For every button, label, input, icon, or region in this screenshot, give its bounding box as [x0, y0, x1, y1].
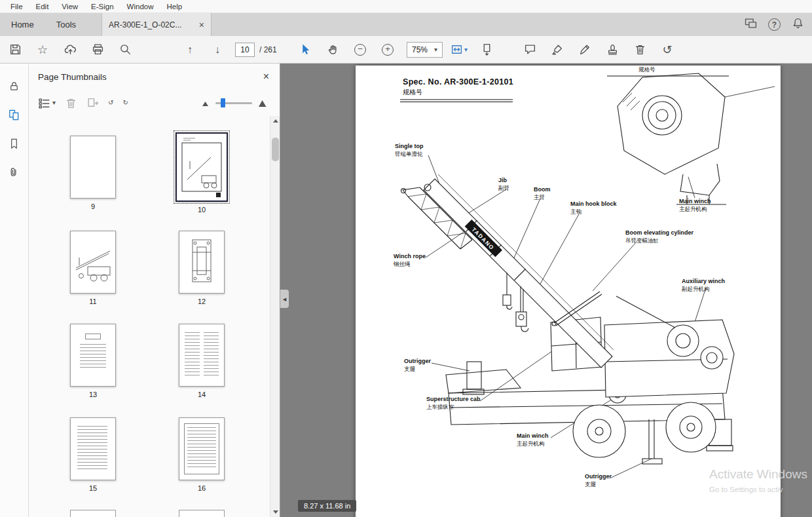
tab-bar: Home Tools AR-300E-1_O-02C... × ?: [0, 13, 812, 36]
panel-collapse-handle[interactable]: ◂: [280, 290, 289, 308]
share-screen-button[interactable]: [745, 17, 757, 32]
previous-page-button[interactable]: ↑: [176, 38, 204, 62]
callout-main-hook-block: Main hook block主钩: [570, 201, 617, 216]
thumbnail-art: [77, 426, 107, 472]
plus-icon: +: [382, 44, 394, 56]
stamp-button[interactable]: [599, 38, 626, 62]
tab-document[interactable]: AR-300E-1_O-02C... ×: [101, 13, 212, 36]
thumbnails-toolbar: ▾ ↺ ↻: [29, 90, 280, 116]
scrollbar-down-arrow[interactable]: [270, 507, 280, 517]
highlight-button[interactable]: [544, 38, 571, 62]
spec-heading: Spec. No. AR-300E-1-20101 规格号: [403, 77, 513, 97]
thumbnail-page-13[interactable]: 13: [70, 324, 116, 398]
delete-pages-button[interactable]: [626, 38, 654, 62]
spec-number: Spec. No. AR-300E-1-20101: [403, 77, 513, 86]
rail-item-thumbnails[interactable]: [1, 100, 28, 129]
comment-button[interactable]: [516, 38, 544, 62]
page-number-input[interactable]: [235, 43, 255, 57]
thumbnail-size-slider: [202, 98, 268, 108]
zoom-out-button[interactable]: −: [346, 38, 374, 62]
thumbnails-panel: Page Thumbnails × ▾ ↺ ↻: [29, 64, 280, 517]
scrollbar-thumb[interactable]: [272, 138, 279, 161]
thumbnail-partial[interactable]: [70, 510, 116, 517]
tab-home[interactable]: Home: [0, 13, 45, 36]
rail-item-security[interactable]: [1, 71, 28, 100]
menu-help[interactable]: Help: [160, 3, 189, 10]
thumbnail-art: [185, 332, 200, 378]
fit-width-button[interactable]: ▾: [451, 43, 468, 56]
callout-auxiliary-winch: Auxiliary winch副起升机构: [682, 278, 725, 293]
arrow-up-icon: ↑: [187, 45, 193, 55]
cloud-upload-button[interactable]: [56, 38, 84, 62]
thumbnail-page-11[interactable]: 11: [70, 231, 116, 305]
zoom-level-dropdown[interactable]: 75% ▾: [407, 42, 443, 58]
caret-down-icon: ▾: [464, 47, 468, 53]
rotate-left-button[interactable]: ↺: [108, 100, 113, 106]
scrollbar-up-arrow[interactable]: [270, 116, 280, 126]
scroll-mode-icon: [481, 43, 493, 56]
sign-button[interactable]: [571, 38, 599, 62]
slider-track[interactable]: [215, 102, 252, 104]
panel-trash-button[interactable]: [65, 97, 77, 109]
thumbnail-preview: [70, 417, 116, 480]
callout-winch-rope: Winch rope钢丝绳: [394, 253, 426, 268]
zoom-in-mountain-icon[interactable]: [258, 98, 268, 108]
main-region: Page Thumbnails × ▾ ↺ ↻: [0, 64, 812, 517]
thumbnail-page-15[interactable]: 15: [70, 417, 116, 492]
thumbnail-preview: [70, 324, 116, 387]
callout-boom-elevating-cylinder: Boom elevating cylinder吊臂变幅油缸: [625, 229, 693, 244]
rotate-button[interactable]: ↺: [654, 38, 681, 62]
next-page-button[interactable]: ↓: [204, 38, 231, 62]
page-display-button[interactable]: [473, 38, 500, 62]
zoom-out-mountain-icon[interactable]: [202, 98, 210, 107]
highlighter-icon: [551, 43, 564, 56]
cloud-upload-icon: [64, 43, 77, 56]
tab-tools-label: Tools: [56, 20, 76, 29]
select-tool-button[interactable]: [291, 38, 319, 62]
menu-esign[interactable]: E-Sign: [84, 3, 120, 10]
thumbnails-scrollbar[interactable]: [270, 116, 280, 517]
rail-item-bookmarks[interactable]: [1, 129, 28, 158]
thumbnail-page-9[interactable]: 9: [70, 136, 116, 210]
arrow-down-icon: ↓: [215, 45, 220, 55]
triangle-down-icon: [273, 510, 278, 514]
callout-outrigger-front: Outrigger支腿: [404, 358, 431, 373]
notifications-button[interactable]: [792, 17, 804, 32]
panel-title: Page Thumbnails: [38, 72, 107, 82]
thumbnail-partial[interactable]: [179, 510, 225, 517]
rail-item-attachments[interactable]: [1, 158, 28, 187]
document-area: ◂: [280, 64, 812, 517]
tab-home-label: Home: [11, 20, 34, 29]
thumbnail-label: 11: [70, 297, 116, 305]
slider-thumb[interactable]: [221, 98, 225, 107]
tab-close-icon[interactable]: ×: [199, 20, 204, 30]
help-icon[interactable]: ?: [768, 18, 781, 31]
extract-page-icon: [86, 97, 99, 109]
thumbnail-options-button[interactable]: ▾: [38, 97, 56, 109]
star-button[interactable]: ☆: [29, 38, 56, 62]
rotate-right-button[interactable]: ↻: [122, 100, 128, 106]
thumbnail-page-12[interactable]: 12: [179, 231, 225, 305]
tab-tools[interactable]: Tools: [45, 13, 87, 36]
thumbnail-page-16[interactable]: 16: [179, 417, 225, 492]
comment-icon: [524, 43, 536, 56]
menu-file[interactable]: File: [4, 3, 29, 10]
thumbnail-art: [71, 231, 115, 293]
star-icon: ☆: [37, 44, 48, 56]
menu-edit[interactable]: Edit: [29, 3, 56, 10]
zoom-search-button[interactable]: [111, 38, 139, 62]
save-button[interactable]: [1, 38, 29, 62]
thumbnail-label: 14: [179, 391, 225, 398]
menu-bar: File Edit View E-Sign Window Help: [0, 0, 812, 13]
thumbnail-page-10[interactable]: 10: [175, 132, 228, 214]
thumbnail-preview: [179, 324, 225, 387]
print-button[interactable]: [84, 38, 111, 62]
menu-view[interactable]: View: [55, 3, 84, 10]
thumbnail-page-14[interactable]: 14: [179, 324, 225, 398]
panel-close-icon[interactable]: ×: [263, 71, 269, 83]
menu-window[interactable]: Window: [120, 3, 160, 10]
extract-page-button[interactable]: [86, 97, 99, 109]
zoom-in-button[interactable]: +: [374, 38, 401, 62]
hand-tool-button[interactable]: [319, 38, 346, 62]
thumbnail-art: [179, 231, 224, 293]
